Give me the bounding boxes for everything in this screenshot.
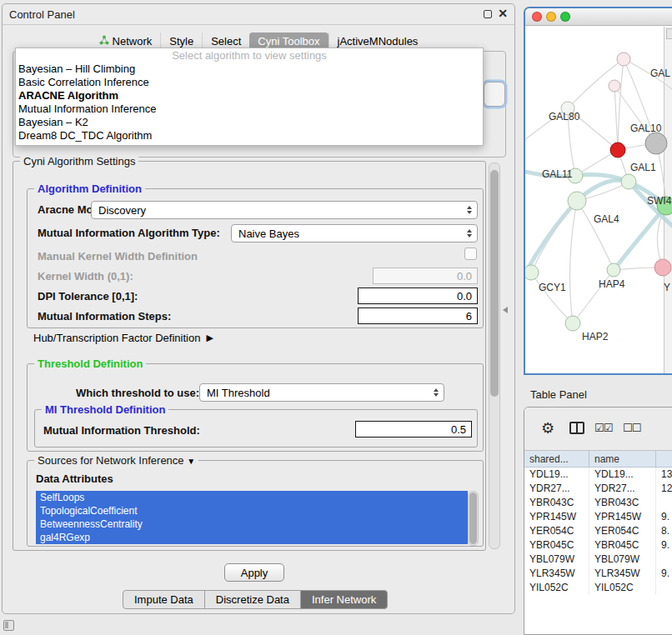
refresh-button[interactable] — [484, 82, 505, 107]
table-row[interactable]: YPR145WYPR145W9. — [524, 510, 672, 524]
network-canvas[interactable]: GALGAL80GAL10GAL11GAL1SWI4GAL4GCY1HAP4YH… — [525, 27, 672, 372]
bottom-tab-infer-network[interactable]: Infer Network — [300, 590, 388, 609]
network-edge — [531, 272, 573, 323]
table-row[interactable]: YIL052CYIL052C — [524, 581, 672, 595]
mi-threshold-label: Mutual Information Threshold: — [43, 424, 200, 437]
table-cell[interactable]: 13 — [656, 468, 672, 482]
table-row[interactable]: YER054CYER054C8. — [524, 524, 672, 538]
columns-icon[interactable] — [569, 422, 584, 434]
float-window-icon[interactable] — [484, 10, 492, 18]
data-attributes-list[interactable]: SelfLoopsTopologicalCoefficientBetweenne… — [36, 491, 468, 546]
table-row[interactable]: YBR045CYBR045C9. — [524, 538, 672, 552]
screen: Control Panel ✕ NetworkStyleSelectCyni T… — [0, 0, 672, 635]
dpi-tolerance-label: DPI Tolerance [0,1]: — [38, 290, 138, 302]
algorithm-option[interactable]: Bayesian – K2 — [16, 116, 483, 129]
select-all-icon[interactable]: ☑☑ — [594, 422, 612, 434]
table-row[interactable]: YDL19...YDL19...13 — [524, 468, 672, 482]
table-cell[interactable]: YBR045C — [589, 538, 656, 552]
table-cell[interactable]: YPR145W — [589, 510, 656, 524]
table-cell[interactable]: 8. — [656, 524, 672, 538]
table-toolbar: ⚙ ☑☑ ☐☐ — [524, 408, 672, 451]
network-node-gray-hub[interactable] — [645, 132, 667, 154]
table-column-header[interactable]: name — [589, 451, 656, 467]
network-node-gal1[interactable] — [621, 174, 636, 189]
select-none-icon[interactable]: ☐☐ — [623, 422, 640, 434]
dpi-tolerance-field[interactable]: 0.0 — [358, 288, 478, 304]
table-cell[interactable]: YLR345W — [524, 567, 589, 581]
table-cell[interactable] — [656, 581, 672, 595]
network-node-hap2[interactable] — [565, 316, 580, 331]
algorithm-option[interactable]: Bayesian – Hill Climbing — [16, 62, 483, 76]
network-node-gal4[interactable] — [568, 192, 586, 210]
table-row[interactable]: YLR345WYLR345W9. — [524, 567, 672, 581]
close-icon[interactable]: ✕ — [498, 7, 508, 20]
table-cell[interactable]: YER054C — [524, 524, 589, 538]
hub-definition-toggle[interactable]: Hub/Transcription Factor Definition ▶ — [33, 332, 213, 344]
table-cell[interactable]: 12 — [656, 482, 672, 496]
mi-type-select[interactable]: Naive Bayes — [231, 224, 478, 242]
table-cell[interactable]: YDL19... — [589, 468, 656, 482]
panel-corner-icon[interactable] — [3, 620, 14, 631]
algorithm-option[interactable]: Dream8 DC_TDC Algorithm — [16, 129, 483, 142]
kernel-width-field[interactable]: 0.0 — [373, 268, 478, 284]
node-label: Y — [664, 282, 670, 293]
table-cell[interactable]: YIL052C — [524, 581, 589, 595]
algorithm-option[interactable]: Mutual Information Inference — [16, 102, 483, 116]
minimize-traffic-light[interactable] — [546, 12, 556, 22]
table-row[interactable]: YBL079WYBL079W — [524, 552, 672, 567]
table-cell[interactable]: YPR145W — [524, 510, 589, 524]
mi-steps-field[interactable]: 6 — [358, 308, 478, 324]
settings-scrollbar[interactable] — [489, 162, 500, 549]
table-cell[interactable] — [656, 496, 672, 510]
node-label: GAL80 — [549, 111, 580, 122]
data-attribute-item[interactable]: gal4RGexp — [36, 531, 468, 544]
mi-threshold-field[interactable]: 0.5 — [355, 421, 472, 438]
table-cell[interactable]: YBR043C — [524, 496, 589, 510]
aracne-mode-select[interactable]: Discovery — [91, 201, 478, 219]
table-cell[interactable]: YBL079W — [524, 552, 589, 567]
which-threshold-select[interactable]: MI Threshold — [199, 383, 444, 402]
algorithm-option[interactable]: Basic Correlation Inference — [16, 76, 483, 89]
table-cell[interactable]: 9. — [656, 538, 672, 552]
table-row[interactable]: YBR043CYBR043C — [524, 496, 672, 510]
table-cell[interactable]: YDR27... — [524, 482, 589, 496]
network-node-right-pink[interactable] — [654, 259, 671, 276]
algorithm-option[interactable]: ARACNE Algorithm — [16, 89, 483, 102]
attributes-scrollbar[interactable] — [468, 491, 479, 546]
sources-title[interactable]: Sources for Network Inference ▼ — [34, 454, 198, 467]
table-cell[interactable]: YBR043C — [589, 496, 656, 510]
table-cell[interactable]: 9. — [656, 567, 672, 581]
table-cell[interactable]: YBL079W — [589, 552, 656, 567]
threshold-definition-group: Threshold Definition Which threshold to … — [27, 363, 484, 452]
table-column-header[interactable]: shared... — [524, 451, 589, 467]
table-cell[interactable]: YIL052C — [589, 581, 656, 595]
apply-button[interactable]: Apply — [224, 563, 284, 582]
data-attribute-item[interactable]: BetweennessCentrality — [36, 518, 468, 531]
table-cell[interactable]: YER054C — [589, 524, 656, 538]
table-cell[interactable]: YLR345W — [589, 567, 656, 581]
bottom-tab-impute-data[interactable]: Impute Data — [123, 590, 205, 609]
network-node-gal10-red[interactable] — [610, 142, 625, 158]
manual-kernel-checkbox[interactable] — [464, 248, 477, 260]
network-node-gcy1[interactable] — [525, 265, 539, 280]
hub-definition-label: Hub/Transcription Factor Definition — [33, 332, 200, 344]
data-attribute-item[interactable]: TopologicalCoefficient — [36, 504, 468, 518]
bottom-tab-discretize-data[interactable]: Discretize Data — [204, 590, 301, 609]
table-cell[interactable]: YDR27... — [589, 482, 656, 496]
data-attribute-item[interactable]: SelfLoops — [36, 491, 468, 504]
table-cell[interactable]: YDL19... — [524, 468, 589, 482]
tab-label: Cyni Toolbox — [258, 35, 319, 48]
panel-collapse-arrow[interactable] — [503, 307, 508, 313]
table-cell[interactable]: YBR045C — [524, 538, 589, 552]
network-node-hap4[interactable] — [607, 263, 620, 277]
table-row[interactable]: YDR27...YDR27...12 — [524, 482, 672, 496]
network-node-top-pink[interactable] — [617, 52, 630, 66]
table-cell[interactable]: 9. — [656, 510, 672, 524]
close-traffic-light[interactable] — [532, 12, 542, 22]
table-column-header[interactable] — [656, 451, 672, 467]
network-node-mid-pink[interactable] — [609, 80, 620, 92]
zoom-traffic-light[interactable] — [560, 12, 570, 22]
table-cell[interactable] — [656, 552, 672, 567]
gear-icon[interactable]: ⚙ — [541, 419, 554, 438]
mi-steps-label: Mutual Information Steps: — [38, 310, 171, 322]
